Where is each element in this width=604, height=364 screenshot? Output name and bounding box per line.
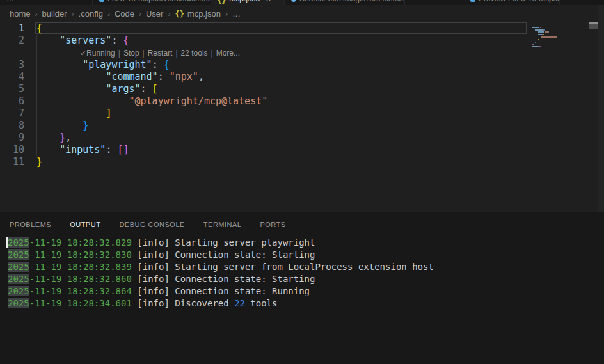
panel-tab-debug-console[interactable]: DEBUG CONSOLE: [118, 215, 185, 233]
minimap-line: [530, 29, 545, 31]
log-highlight-match: 2025: [8, 262, 29, 272]
code-line[interactable]: 5 "args": [: [0, 83, 589, 95]
log-timestamp: -11-19 18:28:32.829: [29, 237, 138, 248]
line-number: 5: [0, 83, 24, 95]
code-text: "inputs": []: [36, 144, 129, 156]
tab-untitled[interactable]: …: [0, 0, 93, 5]
json-braces-icon: {}: [175, 10, 184, 19]
line-number: 6: [0, 95, 24, 107]
code-line[interactable]: 2 "servers": {: [0, 35, 589, 47]
panel-tab-terminal[interactable]: TERMINAL: [203, 215, 242, 233]
code-line[interactable]: 3 "playwright": {: [0, 59, 589, 71]
code-line[interactable]: 1{: [0, 22, 589, 35]
log-highlight-match: 2025: [8, 249, 29, 260]
log-message: 22: [234, 298, 245, 308]
code-line[interactable]: 9 },: [0, 132, 589, 144]
codelens-link[interactable]: 22 tools: [181, 49, 208, 58]
log-highlight-match: 2025: [8, 237, 29, 248]
line-number: 3: [0, 59, 24, 71]
editor-tab-bar: …2025-10-mcpserverairtable.md{}mcp.json✕…: [0, 0, 604, 5]
chevron-right-icon: ›: [225, 10, 228, 19]
log-line: 2025-11-19 18:28:32.864 [info] Connectio…: [0, 285, 604, 297]
line-number: 7: [0, 107, 24, 120]
codelens-link[interactable]: Restart: [148, 49, 173, 58]
chevron-right-icon: ›: [35, 10, 38, 19]
code-text: "playwright": {: [36, 59, 170, 71]
tab-label: Search: mm.images.src elements: [299, 0, 405, 3]
log-line: 2025-11-19 18:28:32.829 [info] Starting …: [0, 237, 604, 249]
tab-content: Search: mm.images.src elements: [291, 0, 405, 4]
json-file-icon: {}: [218, 0, 226, 2]
log-level: [info]: [137, 286, 175, 296]
minimap-line: [530, 49, 530, 50]
minimap-line: [530, 42, 536, 43]
log-timestamp: -11-19 18:28:32.839: [29, 262, 138, 272]
tab-label: Preview 2025-10-mcpser…: [479, 0, 560, 3]
minimap-right-edge: [589, 22, 589, 212]
line-number: 1: [0, 22, 24, 35]
breadcrumb-item[interactable]: .config: [79, 9, 103, 19]
panel-tab-output[interactable]: OUTPUT: [69, 215, 101, 233]
panel-tab-problems[interactable]: PROBLEMS: [9, 215, 52, 233]
vertical-scrollbar[interactable]: [589, 22, 598, 29]
panel-tab-strip: PROBLEMSOUTPUTDEBUG CONSOLETERMINALPORTS: [0, 212, 604, 235]
log-line: 2025-11-19 18:28:32.839 [info] Starting …: [0, 261, 604, 273]
tab-content: 2025-10-mcpserverairtable.md: [99, 0, 211, 4]
scrollbar-right-edge: [598, 22, 598, 212]
codelens-link[interactable]: More...: [216, 49, 240, 58]
minimap-line: [530, 34, 544, 35]
code-line[interactable]: 11}: [0, 156, 589, 168]
log-message: Connection state: Running: [175, 286, 310, 296]
minimap-line: [530, 36, 557, 38]
log-level: [info]: [137, 249, 175, 260]
bottom-panel: PROBLEMSOUTPUTDEBUG CONSOLETERMINALPORTS…: [0, 212, 604, 364]
breadcrumb-item[interactable]: Code: [115, 9, 134, 19]
code-line[interactable]: 4 "command": "npx",: [0, 71, 589, 83]
code-text: "@playwright/mcp@latest": [36, 95, 267, 107]
tab-preview[interactable]: Preview 2025-10-mcpser…: [464, 0, 560, 5]
log-message: Connection state: Starting: [175, 249, 315, 260]
panel-tab-ports[interactable]: PORTS: [259, 215, 286, 233]
log-timestamp: -11-19 18:28:32.860: [29, 274, 138, 284]
search-icon: [291, 0, 296, 2]
log-message: tools: [245, 298, 278, 308]
code-line[interactable]: 8 }: [0, 120, 589, 132]
code-text: },: [36, 132, 71, 144]
minimap-line: [530, 44, 534, 45]
code-line[interactable]: 7 ]: [0, 107, 589, 120]
code-text: "command": "npx",: [36, 71, 204, 83]
line-number: 11: [0, 156, 24, 168]
code-text: }: [36, 120, 88, 132]
code-line[interactable]: 10 "inputs": []: [0, 144, 589, 156]
line-number: 2: [0, 35, 24, 47]
breadcrumb-symbol-tail[interactable]: …: [232, 9, 241, 19]
chevron-right-icon: ›: [72, 10, 74, 19]
codelens-separator: |: [211, 49, 213, 58]
line-number: 8: [0, 120, 24, 132]
text-cursor: [6, 237, 8, 248]
close-icon[interactable]: ✕: [266, 0, 271, 3]
codelens-separator: |: [118, 49, 120, 58]
breadcrumb-item[interactable]: User: [146, 9, 163, 19]
tab-search[interactable]: Search: mm.images.src elements: [285, 0, 405, 5]
breadcrumb-file[interactable]: mcp.json: [187, 9, 221, 19]
minimap[interactable]: [527, 22, 589, 212]
tab-strip-spacer: [405, 0, 464, 5]
log-message: Discovered: [175, 298, 234, 308]
code-editor[interactable]: 1{2 "servers": {✓Running|Stop|Restart|22…: [0, 22, 598, 212]
tab-label: mcp.json: [229, 0, 260, 3]
log-level: [info]: [137, 262, 175, 272]
file-blue-icon: [99, 0, 104, 2]
minimap-line: [530, 46, 541, 47]
log-line: 2025-11-19 18:28:34.601 [info] Discovere…: [0, 297, 604, 310]
log-highlight-match: 2025: [8, 286, 29, 296]
code-line[interactable]: 6 "@playwright/mcp@latest": [0, 95, 589, 107]
log-timestamp: -11-19 18:28:32.864: [29, 286, 138, 296]
tab-mcp-json[interactable]: {}mcp.json✕: [211, 0, 285, 5]
codelens-link[interactable]: ✓Running: [80, 49, 115, 58]
codelens-link[interactable]: Stop: [123, 49, 139, 58]
tab-markdown-file[interactable]: 2025-10-mcpserverairtable.md: [93, 0, 211, 5]
breadcrumb-item[interactable]: home: [10, 9, 31, 19]
codelens-separator: |: [143, 49, 145, 58]
breadcrumb-item[interactable]: builder: [42, 9, 67, 19]
